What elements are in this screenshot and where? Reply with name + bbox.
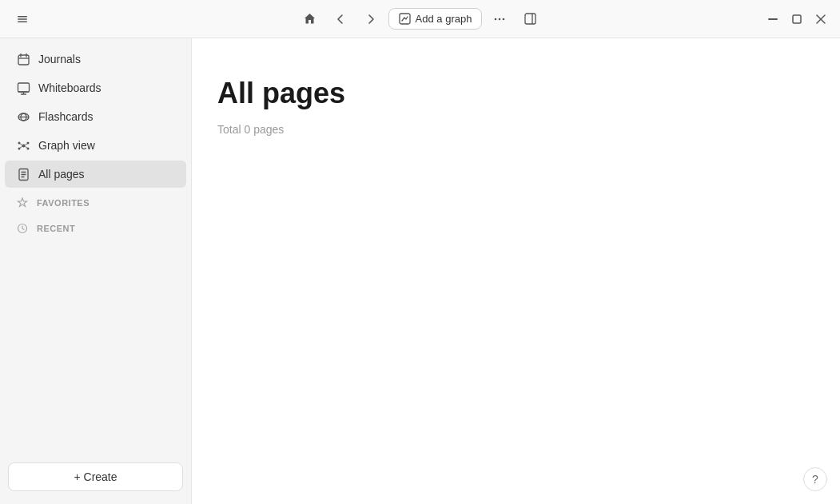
page-subtitle: Total 0 pages (217, 123, 802, 136)
svg-point-28 (26, 147, 29, 149)
titlebar: Add a graph (0, 0, 840, 38)
help-button[interactable]: ? (803, 467, 827, 491)
clock-icon (16, 222, 29, 235)
maximize-button[interactable] (786, 8, 808, 30)
svg-rect-3 (400, 14, 410, 24)
menu-button[interactable] (10, 6, 35, 32)
star-icon (16, 196, 29, 209)
svg-point-27 (18, 147, 20, 149)
sidebar-section-recent-label: RECENT (37, 224, 75, 233)
svg-point-6 (503, 18, 505, 20)
app-container: Add a graph (0, 0, 840, 504)
graph-icon (16, 138, 30, 153)
svg-point-24 (22, 144, 25, 147)
sidebar-item-journals-label: Journals (38, 53, 81, 65)
close-button[interactable] (810, 8, 832, 30)
svg-point-25 (18, 141, 20, 144)
svg-line-32 (25, 146, 26, 148)
more-options-button[interactable] (487, 6, 512, 32)
create-button-label: + Create (74, 470, 117, 483)
content-area: All pages Total 0 pages ? (192, 38, 840, 504)
svg-point-26 (26, 141, 29, 144)
sidebar-item-graph-view[interactable]: Graph view (5, 132, 186, 159)
forward-button[interactable] (358, 6, 384, 32)
svg-rect-10 (793, 15, 801, 23)
add-graph-label: Add a graph (416, 13, 472, 25)
svg-line-31 (20, 146, 22, 148)
page-title: All pages (217, 77, 802, 110)
calendar-icon (16, 52, 30, 66)
svg-line-29 (20, 144, 22, 145)
svg-line-30 (25, 144, 26, 145)
sidebar-item-flashcards[interactable]: Flashcards (5, 103, 186, 130)
sidebar-section-recent[interactable]: RECENT (5, 217, 186, 240)
sidebar-item-whiteboards-label: Whiteboards (38, 81, 102, 94)
sidebar-item-journals[interactable]: Journals (5, 46, 186, 73)
titlebar-left-controls (0, 6, 35, 32)
svg-rect-13 (18, 55, 29, 65)
sidebar-section-favorites-label: FAVORITES (37, 198, 90, 208)
whiteboard-icon (16, 81, 30, 95)
sidebar: Journals Whiteboards (0, 38, 192, 504)
sidebar-item-all-pages-label: All pages (38, 168, 85, 181)
sidebar-item-flashcards-label: Flashcards (38, 110, 93, 123)
create-button[interactable]: + Create (8, 462, 183, 491)
svg-point-4 (495, 18, 497, 20)
home-button[interactable] (297, 6, 323, 32)
svg-rect-2 (18, 21, 27, 22)
flashcard-icon (16, 109, 30, 124)
back-button[interactable] (328, 6, 353, 32)
sidebar-section-favorites[interactable]: FAVORITES (5, 192, 186, 214)
svg-point-5 (499, 18, 501, 20)
svg-rect-0 (18, 16, 27, 18)
sidebar-item-graph-view-label: Graph view (38, 139, 95, 152)
sidebar-item-whiteboards[interactable]: Whiteboards (5, 74, 186, 101)
pages-icon (16, 167, 30, 181)
main-layout: Journals Whiteboards (0, 38, 840, 504)
help-icon: ? (812, 473, 818, 486)
minimize-button[interactable] (762, 8, 784, 30)
svg-rect-7 (525, 14, 535, 24)
add-graph-button[interactable]: Add a graph (388, 8, 483, 30)
panel-button[interactable] (517, 6, 543, 32)
svg-rect-9 (768, 18, 778, 20)
titlebar-center-controls: Add a graph (297, 6, 543, 32)
sidebar-item-all-pages[interactable]: All pages (5, 161, 186, 188)
svg-rect-1 (18, 18, 27, 20)
svg-rect-17 (18, 83, 29, 92)
titlebar-right-controls (762, 8, 840, 30)
